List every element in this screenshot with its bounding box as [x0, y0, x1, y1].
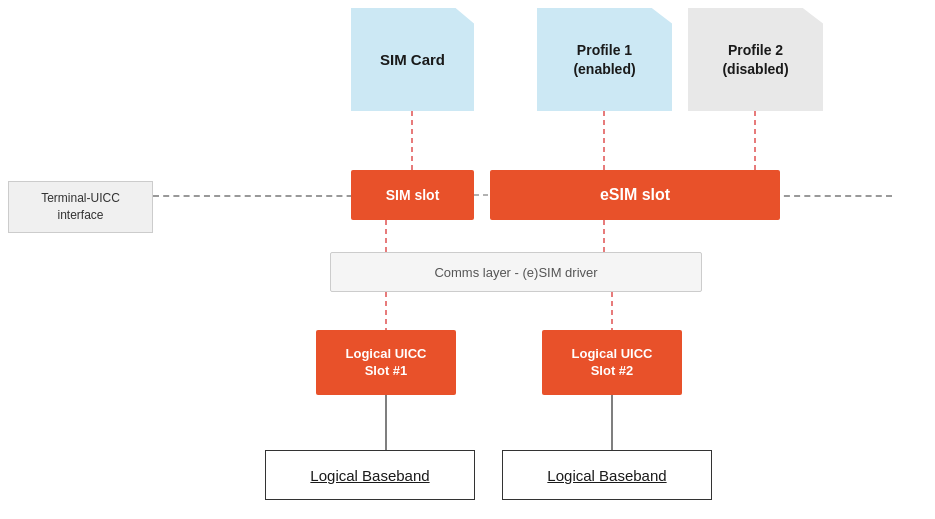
terminal-dashed-line-left [153, 195, 373, 197]
sim-card-label: SIM Card [380, 50, 445, 70]
logical-baseband2-label: Logical Baseband [547, 467, 666, 484]
terminal-uicc-label: Terminal-UICC interface [8, 181, 153, 233]
logical-uicc1-label: Logical UICCSlot #1 [346, 346, 427, 380]
comms-layer-box: Comms layer - (e)SIM driver [330, 252, 702, 292]
logical-uicc2-box: Logical UICCSlot #2 [542, 330, 682, 395]
logical-baseband1-box: Logical Baseband [265, 450, 475, 500]
logical-baseband1-label: Logical Baseband [310, 467, 429, 484]
profile1-label: Profile 1(enabled) [573, 41, 635, 77]
diagram-container: SIM Card Profile 1(enabled) Profile 2(di… [0, 0, 935, 519]
sim-card-box: SIM Card [351, 8, 474, 111]
esim-slot-label: eSIM slot [600, 186, 670, 204]
logical-uicc1-box: Logical UICCSlot #1 [316, 330, 456, 395]
logical-baseband2-box: Logical Baseband [502, 450, 712, 500]
sim-slot-label: SIM slot [386, 187, 440, 203]
profile1-box: Profile 1(enabled) [537, 8, 672, 111]
logical-uicc2-label: Logical UICCSlot #2 [572, 346, 653, 380]
profile2-box: Profile 2(disabled) [688, 8, 823, 111]
profile2-label: Profile 2(disabled) [722, 41, 788, 77]
esim-slot-box: eSIM slot [490, 170, 780, 220]
comms-layer-label: Comms layer - (e)SIM driver [434, 265, 597, 280]
sim-slot-box: SIM slot [351, 170, 474, 220]
